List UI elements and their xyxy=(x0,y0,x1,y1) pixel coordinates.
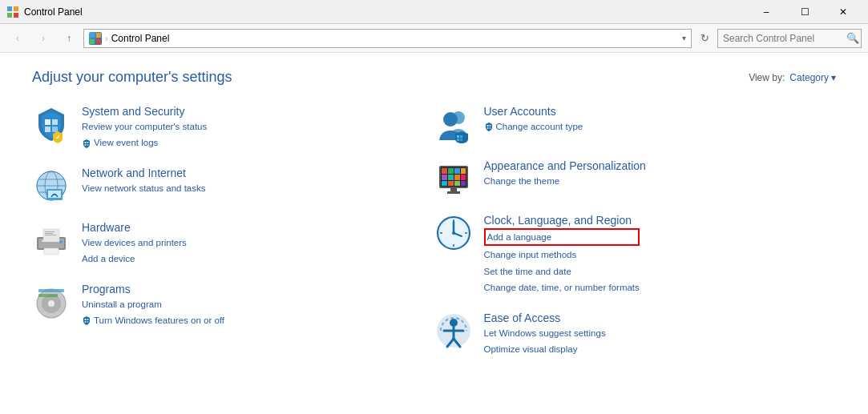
windows-features-link[interactable]: Turn Windows features on or off xyxy=(94,313,224,328)
view-event-logs-link[interactable]: View event logs xyxy=(94,135,158,150)
change-account-container: Change account type xyxy=(484,119,583,134)
minimize-button[interactable]: – xyxy=(748,0,785,24)
system-security-title[interactable]: System and Security xyxy=(82,105,207,118)
svg-point-77 xyxy=(452,231,455,235)
svg-rect-24 xyxy=(51,199,58,200)
svg-rect-4 xyxy=(90,33,95,38)
svg-rect-62 xyxy=(461,175,466,180)
up-button[interactable]: ↑ xyxy=(58,27,80,50)
svg-rect-1 xyxy=(14,6,18,11)
shield-icon xyxy=(82,139,91,148)
app-icon xyxy=(6,6,19,18)
svg-rect-6 xyxy=(90,39,95,44)
window-title: Control Panel xyxy=(24,6,748,18)
svg-rect-38 xyxy=(38,294,58,297)
user-accounts-title[interactable]: User Accounts xyxy=(484,105,583,118)
svg-rect-39 xyxy=(85,319,87,320)
svg-rect-45 xyxy=(457,135,459,138)
address-bar[interactable]: › Control Panel ▾ xyxy=(83,29,692,48)
close-button[interactable]: ✕ xyxy=(825,0,862,24)
network-text: Network and Internet View network status… xyxy=(82,167,205,195)
address-dropdown-button[interactable]: ▾ xyxy=(682,34,686,42)
add-language-link[interactable]: Add a language xyxy=(484,228,640,246)
programs-icon xyxy=(32,283,71,321)
programs-title[interactable]: Programs xyxy=(82,283,224,295)
network-title[interactable]: Network and Internet xyxy=(82,167,205,179)
chevron-down-icon: ▾ xyxy=(831,72,836,83)
svg-rect-51 xyxy=(486,127,488,129)
view-by-control: View by: Category ▾ xyxy=(749,72,836,83)
svg-rect-16 xyxy=(87,144,89,146)
svg-rect-0 xyxy=(7,6,12,11)
svg-rect-41 xyxy=(85,321,87,323)
user-accounts-text: User Accounts Change account type xyxy=(484,105,583,134)
shield-icon-user xyxy=(484,122,494,131)
svg-text:✓: ✓ xyxy=(55,134,61,141)
view-by-value: Category xyxy=(789,72,829,83)
uninstall-program-link[interactable]: Uninstall a program xyxy=(82,297,224,312)
optimize-visual-link[interactable]: Optimize visual display xyxy=(484,342,606,356)
svg-rect-2 xyxy=(7,13,12,18)
svg-rect-3 xyxy=(14,13,18,18)
view-by-label: View by: xyxy=(749,72,785,83)
svg-rect-49 xyxy=(486,125,488,127)
title-bar: Control Panel – ☐ ✕ xyxy=(0,0,868,24)
svg-rect-65 xyxy=(454,181,460,186)
svg-rect-50 xyxy=(489,125,491,127)
user-accounts-icon xyxy=(434,105,473,143)
svg-point-44 xyxy=(443,112,458,127)
review-computer-link[interactable]: Review your computer's status xyxy=(82,119,207,134)
ease-of-access-title[interactable]: Ease of Access xyxy=(484,312,606,324)
svg-rect-40 xyxy=(87,319,89,320)
svg-rect-29 xyxy=(45,231,55,232)
hardware-text: Hardware View devices and printers Add a… xyxy=(82,221,187,267)
svg-rect-48 xyxy=(460,139,462,141)
search-bar[interactable]: 🔍 xyxy=(717,29,862,48)
address-separator: › xyxy=(105,34,108,43)
svg-rect-9 xyxy=(52,119,58,125)
svg-rect-63 xyxy=(442,181,447,186)
hardware-title[interactable]: Hardware xyxy=(82,221,187,234)
categories-grid: ✓ System and Security Review your comput… xyxy=(32,105,836,372)
search-input[interactable] xyxy=(723,33,843,44)
svg-rect-10 xyxy=(45,127,50,132)
change-account-type-link[interactable]: Change account type xyxy=(496,119,583,134)
view-devices-link[interactable]: View devices and printers xyxy=(82,235,187,250)
change-date-formats-link[interactable]: Change date, time, or number formats xyxy=(484,280,640,295)
svg-rect-56 xyxy=(448,168,454,174)
appearance-text: Appearance and Personalization Change th… xyxy=(484,159,646,188)
svg-rect-47 xyxy=(457,139,459,141)
svg-rect-31 xyxy=(45,235,56,235)
ease-of-access-text: Ease of Access Let Windows suggest setti… xyxy=(484,312,606,357)
svg-rect-66 xyxy=(461,181,466,186)
window-controls: – ☐ ✕ xyxy=(748,0,862,24)
view-network-link[interactable]: View network status and tasks xyxy=(82,181,205,195)
maximize-button[interactable]: ☐ xyxy=(786,0,823,24)
system-security-text: System and Security Review your computer… xyxy=(82,105,207,151)
svg-rect-11 xyxy=(52,127,58,132)
windows-suggest-link[interactable]: Let Windows suggest settings xyxy=(484,326,606,340)
address-icon xyxy=(89,32,102,45)
svg-rect-58 xyxy=(461,168,466,174)
add-device-link[interactable]: Add a device xyxy=(82,251,187,266)
category-user-accounts: User Accounts Change account type xyxy=(434,105,837,143)
view-by-dropdown[interactable]: Category ▾ xyxy=(789,72,836,83)
appearance-title[interactable]: Appearance and Personalization xyxy=(484,159,646,172)
category-programs: Programs Uninstall a program Turn Window… xyxy=(32,283,434,328)
address-text: Control Panel xyxy=(111,33,679,44)
back-button[interactable]: ‹ xyxy=(6,27,29,50)
refresh-button[interactable]: ↻ xyxy=(695,29,714,48)
svg-rect-57 xyxy=(454,168,460,174)
svg-rect-13 xyxy=(85,142,87,143)
svg-rect-52 xyxy=(489,127,491,129)
set-time-date-link[interactable]: Set the time and date xyxy=(484,264,640,279)
change-theme-link[interactable]: Change the theme xyxy=(484,174,646,188)
clock-language-title[interactable]: Clock, Language, and Region xyxy=(484,214,640,227)
change-input-methods-link[interactable]: Change input methods xyxy=(484,247,640,262)
nav-bar: ‹ › ↑ › Control Panel ▾ ↻ 🔍 xyxy=(0,24,868,53)
forward-button[interactable]: › xyxy=(32,27,55,50)
svg-point-33 xyxy=(59,240,63,243)
search-icon[interactable]: 🔍 xyxy=(846,32,859,44)
appearance-icon xyxy=(434,159,473,198)
svg-rect-59 xyxy=(442,175,447,180)
